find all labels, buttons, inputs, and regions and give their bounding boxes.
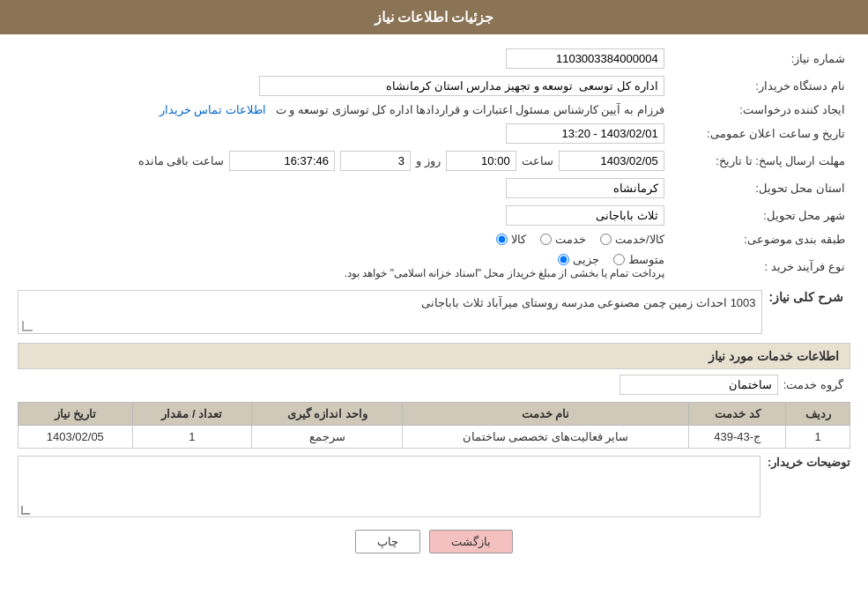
col-header-code: کد خدمت xyxy=(689,403,786,426)
buyer-org-input xyxy=(259,76,664,96)
print-button[interactable]: چاپ xyxy=(355,530,420,553)
buyer-org-label: نام دستگاه خریدار: xyxy=(670,72,850,100)
created-by-text: فرزام به آیین کارشناس مسئول اعتبارات و ق… xyxy=(276,103,664,116)
category-label-kala: کالا xyxy=(511,233,526,246)
reply-date-input xyxy=(559,151,664,171)
request-number-label: شماره نیاز: xyxy=(670,45,850,72)
category-radio-group: کالا/خدمت خدمت کالا xyxy=(496,233,664,246)
request-number-input xyxy=(506,48,664,69)
purchase-type-option-motavasset[interactable]: متوسط xyxy=(613,253,664,266)
col-header-unit: واحد اندازه گیری xyxy=(252,403,403,426)
buyer-comments-box xyxy=(18,456,760,517)
purchase-type-label-motavasset: متوسط xyxy=(628,253,664,266)
delivery-city-label: شهر محل تحویل: xyxy=(670,202,850,229)
time-label: ساعت xyxy=(522,154,553,167)
category-label-kala-khedmat: کالا/خدمت xyxy=(615,233,664,246)
col-header-name: نام خدمت xyxy=(403,403,689,426)
description-section: شرح کلی نیاز: 1003 احداث زمین چمن مصنوعی… xyxy=(18,290,850,334)
main-info-table: شماره نیاز: نام دستگاه خریدار: ایجاد کنن… xyxy=(18,45,850,283)
timer-remaining-label: ساعت باقی مانده xyxy=(138,154,224,167)
table-row: 1 ج-43-439 سایر فعالیت‌های تخصصی ساختمان… xyxy=(19,426,850,449)
services-section-header: اطلاعات خدمات مورد نیاز xyxy=(18,343,850,369)
services-table: ردیف کد خدمت نام خدمت واحد اندازه گیری ت… xyxy=(18,402,850,449)
created-by-label: ایجاد کننده درخواست: xyxy=(670,100,850,120)
col-header-date: تاریخ نیاز xyxy=(19,403,133,426)
back-button[interactable]: بازگشت xyxy=(429,530,513,553)
service-group-label: گروه خدمت: xyxy=(783,378,850,391)
page-title: جزئیات اطلاعات نیاز xyxy=(375,10,494,25)
buyer-comments-section: توضیحات خریدار: xyxy=(18,456,850,517)
col-header-row: ردیف xyxy=(786,403,850,426)
contact-info-link[interactable]: اطلاعات تماس خریدار xyxy=(160,103,266,116)
button-row: بازگشت چاپ xyxy=(18,530,850,553)
purchase-type-note: پرداخت تمام یا بخشی از مبلغ خریداز محل "… xyxy=(345,267,664,279)
cell-name: سایر فعالیت‌های تخصصی ساختمان xyxy=(403,426,689,449)
delivery-city-input xyxy=(506,205,664,226)
announce-date-input xyxy=(506,123,664,144)
purchase-type-label: نوع فرآیند خرید : xyxy=(670,249,850,283)
reply-deadline-label: مهلت ارسال پاسخ: تا تاریخ: xyxy=(670,147,850,175)
description-value: 1003 احداث زمین چمن مصنوعی مدرسه روستای … xyxy=(18,290,762,334)
cell-code: ج-43-439 xyxy=(689,426,786,449)
cell-row: 1 xyxy=(786,426,850,449)
announce-date-label: تاریخ و ساعت اعلان عمومی: xyxy=(670,120,850,147)
cell-quantity: 1 xyxy=(132,426,252,449)
category-option-khedmat[interactable]: خدمت xyxy=(540,233,586,246)
days-label: روز و xyxy=(416,154,441,167)
delivery-province-label: استان محل تحویل: xyxy=(670,175,850,202)
cell-date: 1403/02/05 xyxy=(19,426,133,449)
page-header: جزئیات اطلاعات نیاز xyxy=(0,0,868,34)
reply-days-input xyxy=(340,151,411,171)
cell-unit: سرجمع xyxy=(252,426,403,449)
service-group-input xyxy=(619,375,778,395)
category-option-kala-khedmat[interactable]: کالا/خدمت xyxy=(600,233,664,246)
description-text: 1003 احداث زمین چمن مصنوعی مدرسه روستای … xyxy=(421,296,755,309)
reply-timer-input xyxy=(229,151,335,171)
description-label: شرح کلی نیاز: xyxy=(769,290,850,304)
purchase-type-option-jozii[interactable]: جزیی xyxy=(558,253,599,266)
purchase-type-radio-group: متوسط جزیی xyxy=(558,253,664,266)
buyer-comments-label: توضیحات خریدار: xyxy=(768,456,850,469)
col-header-quantity: تعداد / مقدار xyxy=(132,403,252,426)
reply-time-input xyxy=(446,151,516,171)
delivery-province-input xyxy=(506,178,664,198)
category-label: طبقه بندی موضوعی: xyxy=(670,229,850,249)
category-option-kala[interactable]: کالا xyxy=(496,233,526,246)
purchase-type-label-jozii: جزیی xyxy=(573,253,599,266)
service-group-row: گروه خدمت: xyxy=(18,375,850,395)
category-label-khedmat: خدمت xyxy=(555,233,586,246)
